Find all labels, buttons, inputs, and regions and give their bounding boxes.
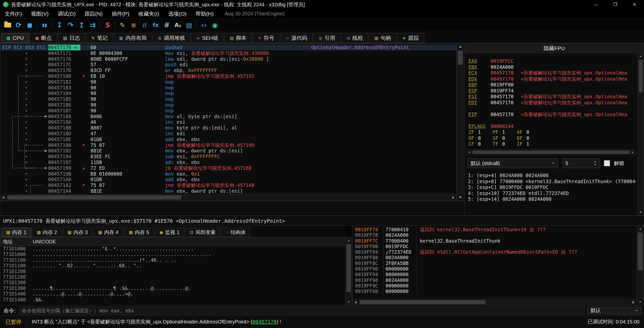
dump-row[interactable]: 771D1300	[0, 280, 345, 285]
breakpoint-dot[interactable]	[25, 184, 27, 186]
dump-row[interactable]: 771D1200	[0, 269, 345, 274]
breakpoint-dot[interactable]	[25, 161, 27, 163]
scrollbar-thumb[interactable]	[360, 300, 486, 304]
disasm-row[interactable]: 0045718A46incesi	[0, 119, 456, 125]
scrollbar-thumb[interactable]	[472, 151, 630, 154]
registers-vertical-scrollbar[interactable]	[637, 53, 644, 216]
breakpoint-dot[interactable]	[25, 121, 27, 123]
disasm-row[interactable]: 0045719483EE FCsubesi, 0xFFFFFFFC	[0, 154, 456, 159]
tab-seh[interactable]: ∞SEH链	[191, 33, 223, 43]
breakpoint-dot[interactable]	[25, 70, 27, 71]
stack-vertical-scrollbar[interactable]	[636, 226, 644, 305]
functions-button[interactable]: fx	[150, 20, 161, 30]
disasm-row[interactable]: 00457171BE 00904300movesi, 吾爱破解论坛学习脱壳实例.…	[0, 50, 456, 56]
stack-row[interactable]: 0019FF84┌772374ED返回到 ntdll.RtlGetAppCont…	[352, 249, 636, 255]
tab-log[interactable]: ▤日志	[58, 33, 85, 43]
disasm-row[interactable]: 0045717C57pushedi	[0, 62, 456, 68]
disasm-row[interactable]: 0045718390nop	[0, 85, 456, 91]
scroll-right-icon[interactable]	[630, 150, 636, 155]
disasm-row[interactable]: 004571A001DBaddebx, ebx	[0, 177, 456, 182]
annotations-button[interactable]: A₂	[172, 20, 183, 30]
tab-dump3[interactable]: ▦内存 3	[63, 227, 93, 237]
breakpoint-dot[interactable]	[25, 133, 27, 135]
restart-button[interactable]: ⟳	[13, 20, 24, 30]
tab-struct[interactable]: ∷结构体	[221, 227, 251, 237]
register-row[interactable]: EDI00457170<吾爱破解论坛学习脱壳实例_upx.OptionalHea	[465, 100, 637, 106]
labels-button[interactable]: #	[161, 20, 172, 30]
breakpoint-dot[interactable]	[25, 75, 27, 77]
register-row[interactable]: ECX00457170<吾爱破解论坛学习脱壳实例_upx.OptionalHea	[465, 70, 637, 76]
command-profile-select[interactable]: 默认	[587, 307, 641, 314]
stack-row[interactable]: 0019FF9000000000	[352, 266, 636, 272]
breakpoint-dot[interactable]	[25, 87, 27, 88]
breakpoint-dot[interactable]	[25, 173, 27, 175]
disasm-row[interactable]: 00457190▼75 07jne吾爱破解论坛学习脱壳实例.457199	[0, 142, 456, 148]
tab-dump5[interactable]: ▦内存 5	[124, 227, 154, 237]
tab-references[interactable]: ◎引用	[313, 33, 340, 43]
dump-row[interactable]: 771D1100................................…	[0, 257, 345, 263]
scrollbar-thumb[interactable]	[346, 244, 351, 292]
breakpoint-dot[interactable]	[25, 139, 27, 140]
scroll-left-icon[interactable]	[352, 299, 359, 305]
dump-row[interactable]: 771D1400..........@.....@..........@....…	[0, 291, 345, 297]
command-input[interactable]: 命令使用逗号分隔（像汇编语言）: mov eax, ebx	[19, 307, 585, 314]
scroll-down-icon[interactable]	[345, 299, 352, 305]
scroll-right-icon[interactable]	[450, 194, 456, 201]
scroll-left-icon[interactable]	[0, 194, 6, 201]
disasm-row[interactable]: 0045718D47incedi	[0, 131, 456, 137]
disasm-vertical-scrollbar[interactable]	[457, 43, 464, 201]
tab-trace[interactable]: ➤跟踪	[397, 33, 424, 43]
register-row[interactable]: ESI00457170<吾爱破解论坛学习脱壳实例_upx.OptionalHea	[465, 94, 637, 100]
scroll-down-icon[interactable]	[637, 299, 644, 305]
stack-row[interactable]: 0019FF7477000419返回到 kernel32.BaseThreadI…	[352, 227, 636, 232]
tab-script[interactable]: ▤脚本	[224, 33, 252, 43]
stack-arg-row[interactable]: 3: [esp+C] 0019FFDC 0019FFDC	[465, 184, 636, 190]
scroll-up-icon[interactable]	[457, 44, 464, 50]
stack-arg-row[interactable]: 2: [esp+8] 77000400 <kernel32.BaseThread…	[465, 179, 636, 185]
menu-item[interactable]: 跟踪(N)	[80, 9, 107, 18]
stack-arg-row[interactable]: 5: [esp+14] 0024A000 0024A000	[465, 196, 636, 202]
stack-row[interactable]: 0019FF980024A000	[352, 277, 636, 283]
disasm-row[interactable]: 004571928B1Emovebx, dword ptr ds:[esi]	[0, 148, 456, 154]
menu-item[interactable]: 文件(F)	[0, 9, 26, 18]
register-row[interactable]: EDX00457170<吾爱破解论坛学习脱壳实例_upx.OptionalHea	[465, 76, 637, 82]
dump-vertical-scrollbar[interactable]	[345, 237, 352, 305]
trace-record-button[interactable]: S	[102, 20, 113, 30]
stack-row[interactable]: 0019FF880024A000	[352, 255, 636, 260]
tab-symbols[interactable]: ✦符号	[252, 33, 279, 43]
stack-arg-row[interactable]: 1: [esp+4] 0024A000 0024A000	[465, 173, 636, 179]
stack-row[interactable]: 0019FF9400000000	[352, 272, 636, 277]
disasm-row[interactable]: 0045718790nop	[0, 108, 456, 114]
dump-row[interactable]: 771D1180........ "..02...... "........68…	[0, 263, 345, 268]
scroll-down-icon[interactable]	[638, 209, 644, 215]
arg-count-spinner[interactable]: 5	[562, 158, 600, 168]
scroll-up-icon[interactable]	[345, 238, 352, 244]
dump-row[interactable]: 771D1000........................"$..*...…	[0, 246, 345, 251]
scroll-up-icon[interactable]	[638, 53, 644, 59]
source-view-button[interactable]: ‹›	[198, 20, 209, 30]
breakpoint-dot[interactable]	[25, 156, 27, 157]
flags-row[interactable]: OF0SF0DF0	[465, 135, 637, 141]
stack-row[interactable]: 0019FF7C77000400kernel32.BaseThreadInitT…	[352, 238, 636, 244]
breakpoint-dot[interactable]	[25, 64, 27, 65]
disasm-row[interactable]: 004571A48B1Emovebx, dword ptr ds:[esi]	[0, 188, 456, 194]
minimize-button[interactable]: —	[587, 0, 606, 9]
menu-item[interactable]: 插件(P)	[107, 9, 134, 18]
favourites-button[interactable]: ◉	[209, 20, 220, 30]
tab-memory-map[interactable]: ▦内存布局	[114, 33, 152, 43]
dump-row[interactable]: 771D1280	[0, 274, 345, 280]
breakpoint-dot[interactable]	[25, 144, 27, 146]
disasm-row[interactable]: 0045719BB8 01000000moveax, 0x1	[0, 171, 456, 177]
spinner-arrows-icon[interactable]	[594, 161, 597, 166]
flags-row[interactable]: CF0TF0IF1	[465, 141, 637, 147]
tab-threads[interactable]: ⇉线程	[341, 33, 368, 43]
disasm-row[interactable]: 0045718490nop	[0, 90, 456, 96]
breakpoint-dot[interactable]	[25, 190, 27, 192]
disasm-row[interactable]: 0045718E01DBaddebx, ebx	[0, 137, 456, 142]
maximize-button[interactable]: ❐	[606, 0, 625, 9]
disasm-row[interactable]: 0045718590nop	[0, 96, 456, 102]
register-row[interactable]: EBP0019FF80	[465, 82, 637, 88]
tab-breakpoints[interactable]: ●断点	[30, 33, 57, 43]
dump-row[interactable]: 771D1480.$&.	[0, 297, 345, 302]
scrollbar-thumb[interactable]	[639, 60, 643, 92]
